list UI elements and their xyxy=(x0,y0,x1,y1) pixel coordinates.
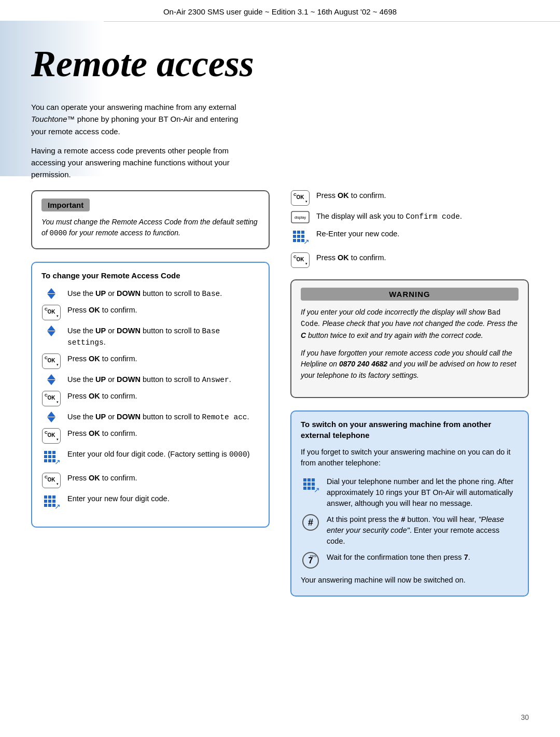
right-column: C OK ▾ Press OK to confirm. display xyxy=(290,190,529,597)
step-2-text: Press OK to confirm. xyxy=(67,305,137,316)
right-step-3-text: Re-Enter your new code. xyxy=(316,229,399,239)
step-11-text: Enter your new four digit code. xyxy=(67,493,170,504)
ok-icon-1: C OK ▾ xyxy=(41,305,61,320)
keypad-icon-s1: ↗ xyxy=(301,476,320,495)
page-number: 30 xyxy=(521,713,529,721)
updown-icon-3 xyxy=(41,374,61,385)
change-code-steps: Use the UP or DOWN button to scroll to B… xyxy=(41,288,259,512)
switch-step-1: ↗ Dial your telephone number and let the… xyxy=(301,476,519,509)
important-box-body: You must change the Remote Access Code f… xyxy=(41,217,259,239)
svg-text:display: display xyxy=(295,216,306,220)
step-8-text: Press OK to confirm. xyxy=(67,428,137,439)
step-9: ↗ Enter your old four digit code. (Facto… xyxy=(41,449,259,467)
important-box: Important You must change the Remote Acc… xyxy=(31,190,270,249)
intro-section: You can operate your answering machine f… xyxy=(31,101,254,181)
warning-body: If you enter your old code incorrectly t… xyxy=(301,307,519,381)
ok-icon-4: C OK ▾ xyxy=(41,428,61,444)
step-3-text: Use the UP or DOWN button to scroll to B… xyxy=(67,325,259,348)
step-4: C OK ▾ Press OK to confirm. xyxy=(41,353,259,369)
step-6-text: Press OK to confirm. xyxy=(67,391,137,402)
right-step-4: C OK ▾ Press OK to confirm. xyxy=(290,252,529,268)
switch-on-outro: Your answering machine will now be switc… xyxy=(301,575,519,586)
right-step-2-text: The display will ask you to Confirm code… xyxy=(316,211,462,222)
right-step-3: ↗ Re-Enter your new code. xyxy=(290,229,529,247)
step-10-text: Press OK to confirm. xyxy=(67,473,137,484)
left-column: Important You must change the Remote Acc… xyxy=(31,190,270,597)
step-4-text: Press OK to confirm. xyxy=(67,353,137,364)
switch-step-2-text: At this point press the # button. You wi… xyxy=(327,514,519,547)
important-box-title: Important xyxy=(41,199,90,211)
warning-para-2: If you have forgotten your remote access… xyxy=(301,348,519,381)
step-5-text: Use the UP or DOWN button to scroll to A… xyxy=(67,374,231,386)
step-7-text: Use the UP or DOWN button to scroll to R… xyxy=(67,412,249,423)
updown-icon-2 xyxy=(41,325,61,336)
right-step-2: display The display will ask you to Conf… xyxy=(290,211,529,223)
switch-step-1-text: Dial your telephone number and let the p… xyxy=(327,476,519,509)
header-text: On-Air 2300 SMS user guide ~ Edition 3.1… xyxy=(163,7,397,16)
keypad-icon-2: ↗ xyxy=(41,493,61,512)
page-title: Remote access xyxy=(31,42,529,86)
ok-icon-r1: C OK ▾ xyxy=(290,190,310,206)
intro-para-2: Having a remote access code prevents oth… xyxy=(31,145,254,181)
ok-icon-3: C OK ▾ xyxy=(41,391,61,406)
step-6: C OK ▾ Press OK to confirm. xyxy=(41,391,259,406)
switch-step-3: PRS 7 Wait for the confirmation tone the… xyxy=(301,552,519,569)
seven-icon: PRS 7 xyxy=(301,552,320,569)
switch-on-steps: ↗ Dial your telephone number and let the… xyxy=(301,476,519,569)
step-8: C OK ▾ Press OK to confirm. xyxy=(41,428,259,444)
updown-icon-4 xyxy=(41,412,61,422)
step-9-text: Enter your old four digit code. (Factory… xyxy=(67,449,250,460)
step-3: Use the UP or DOWN button to scroll to B… xyxy=(41,325,259,348)
hash-icon: # xyxy=(301,514,320,531)
keypad-icon-1: ↗ xyxy=(41,449,61,467)
change-code-box: To change your Remote Access Code Use th… xyxy=(31,262,270,528)
change-code-title: To change your Remote Access Code xyxy=(41,270,259,281)
warning-title: WARNING xyxy=(301,288,519,301)
step-5: Use the UP or DOWN button to scroll to A… xyxy=(41,374,259,386)
step-2: C OK ▾ Press OK to confirm. xyxy=(41,305,259,320)
display-icon: display xyxy=(290,211,310,223)
switch-step-3-text: Wait for the confirmation tone then pres… xyxy=(327,552,470,563)
right-step-1: C OK ▾ Press OK to confirm. xyxy=(290,190,529,206)
switch-step-2: # At this point press the # button. You … xyxy=(301,514,519,547)
switch-on-intro: If you forget to switch your answering m… xyxy=(301,447,519,470)
ok-icon-5: C OK ▾ xyxy=(41,473,61,488)
switch-on-box: To switch on your answering machine from… xyxy=(290,410,529,597)
right-top-steps: C OK ▾ Press OK to confirm. display xyxy=(290,190,529,268)
switch-on-title: To switch on your answering machine from… xyxy=(301,419,519,441)
warning-para-1: If you enter your old code incorrectly t… xyxy=(301,307,519,342)
keypad-icon-r1: ↗ xyxy=(290,229,310,247)
step-1-text: Use the UP or DOWN button to scroll to B… xyxy=(67,288,222,300)
intro-para-1: You can operate your answering machine f… xyxy=(31,101,254,137)
ok-icon-2: C OK ▾ xyxy=(41,353,61,369)
step-10: C OK ▾ Press OK to confirm. xyxy=(41,473,259,488)
warning-box: WARNING If you enter your old code incor… xyxy=(290,279,529,398)
updown-icon-1 xyxy=(41,288,61,299)
right-step-1-text: Press OK to confirm. xyxy=(316,190,386,201)
step-1: Use the UP or DOWN button to scroll to B… xyxy=(41,288,259,300)
ok-icon-r2: C OK ▾ xyxy=(290,252,310,268)
page-header: On-Air 2300 SMS user guide ~ Edition 3.1… xyxy=(0,0,560,22)
right-step-4-text: Press OK to confirm. xyxy=(316,252,386,263)
step-7: Use the UP or DOWN button to scroll to R… xyxy=(41,412,259,423)
step-11: ↗ Enter your new four digit code. xyxy=(41,493,259,512)
